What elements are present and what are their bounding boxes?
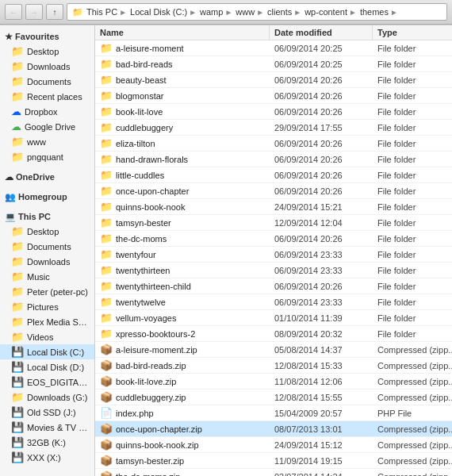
table-row[interactable]: 📁 twentytwelve 06/09/2014 23:33 File fol…	[95, 294, 452, 310]
sidebar-item-eos[interactable]: 💾 EOS_DIGITAL (F:)	[0, 374, 94, 390]
file-date-cell: 06/09/2014 20:26	[270, 88, 373, 103]
file-type-cell: File folder	[373, 326, 452, 341]
sidebar-item-desktop-pc[interactable]: 📁 Desktop	[0, 224, 94, 239]
table-row[interactable]: 📁 once-upon-chapter 06/09/2014 20:26 Fil…	[95, 183, 452, 199]
table-row[interactable]: 📁 twentythirteen 06/09/2014 23:33 File f…	[95, 263, 452, 278]
sidebar-item-downloads-pc[interactable]: 📁 Downloads	[0, 254, 94, 269]
table-row[interactable]: 📁 a-leisure-moment 06/09/2014 20:25 File…	[95, 40, 452, 56]
drive-icon: 💾	[11, 376, 24, 388]
folder-icon: 📁	[11, 225, 24, 237]
file-name-cell: 📁 beauty-beast	[95, 72, 270, 87]
file-name: bad-bird-reads	[116, 60, 173, 69]
sidebar-item-peter-pc[interactable]: 📁 Peter (peter-pc)	[0, 284, 94, 299]
sidebar-item-videos-pc[interactable]: 📁 Videos	[0, 329, 94, 344]
table-row[interactable]: 📦 a-leisure-moment.zip 05/08/2014 14:37 …	[95, 342, 452, 358]
file-name: twentytwelve	[116, 298, 166, 307]
table-row[interactable]: 📦 once-upon-chapter.zip 08/07/2013 13:01…	[95, 421, 452, 437]
table-row[interactable]: 📦 cuddlebuggery.zip 12/08/2014 15:55 Com…	[95, 390, 452, 405]
sidebar-section-favourites[interactable]: ★ Favourites	[0, 29, 94, 44]
file-icon: 📦	[100, 344, 113, 355]
file-name-cell: 📦 a-leisure-moment.zip	[95, 342, 270, 357]
table-row[interactable]: 📁 xpresso-booktours-2 08/09/2014 20:32 F…	[95, 326, 452, 342]
table-row[interactable]: 📁 twentythirteen-child 06/09/2014 20:26 …	[95, 278, 452, 294]
file-name: hand-drawn-florals	[116, 155, 188, 164]
sidebar-item-music-pc[interactable]: 📁 Music	[0, 269, 94, 284]
file-type-cell: PHP File	[373, 405, 452, 420]
table-row[interactable]: 📦 the-dc-moms.zip 03/07/2014 14:24 Compr…	[95, 469, 452, 476]
sidebar-item-movies[interactable]: 💾 Movies & TV (J:)	[0, 420, 94, 435]
file-type-cell: Compressed (zipp...	[373, 437, 452, 452]
table-row[interactable]: 📁 eliza-tilton 06/09/2014 20:26 File fol…	[95, 136, 452, 152]
file-name: a-leisure-moment.zip	[116, 345, 197, 355]
sidebar-item-32gb[interactable]: 💾 32GB (K:)	[0, 435, 94, 450]
sidebar-item-downloads-fav[interactable]: 📁 Downloads	[0, 59, 94, 74]
sidebar-item-dropbox-fav[interactable]: ☁ Dropbox	[0, 104, 94, 119]
sidebar-item-xxx[interactable]: 💾 XXX (X:)	[0, 450, 94, 465]
table-row[interactable]: 📁 tamsyn-bester 12/09/2014 12:04 File fo…	[95, 215, 452, 231]
sidebar-item-pictures-pc[interactable]: 📁 Pictures	[0, 299, 94, 314]
file-name: the-dc-moms	[116, 234, 167, 244]
table-row[interactable]: 📁 bad-bird-reads 06/09/2014 20:25 File f…	[95, 56, 452, 72]
table-row[interactable]: 📦 book-lit-love.zip 11/08/2014 12:06 Com…	[95, 374, 452, 390]
sidebar-item-oldssd[interactable]: 💾 Old SSD (J:)	[0, 405, 94, 420]
table-row[interactable]: 📦 quinns-book-nook.zip 24/09/2014 15:12 …	[95, 437, 452, 453]
table-row[interactable]: 📦 tamsyn-bester.zip 11/09/2014 19:15 Com…	[95, 453, 452, 469]
sidebar-item-localdisk-d[interactable]: 💾 Local Disk (D:)	[0, 359, 94, 374]
sidebar-item-localdisk-c[interactable]: 💾 Local Disk (C:)	[0, 344, 94, 359]
up-button[interactable]: ↑	[46, 4, 63, 20]
file-date-cell: 08/07/2013 13:01	[270, 421, 373, 436]
sidebar-section-onedrive[interactable]: ☁ OneDrive	[0, 169, 94, 184]
file-date-cell: 01/10/2014 11:39	[270, 310, 373, 325]
file-name-cell: 📦 bad-bird-reads.zip	[95, 358, 270, 373]
address-segment-themes: themes ►	[360, 7, 398, 17]
sidebar-item-googledrive-fav[interactable]: ☁ Google Drive	[0, 119, 94, 134]
file-name-cell: 📁 blogmonstar	[95, 88, 270, 103]
table-row[interactable]: 📁 cuddlebuggery 29/09/2014 17:55 File fo…	[95, 120, 452, 136]
table-row[interactable]: 📁 twentyfour 06/09/2014 23:33 File folde…	[95, 247, 452, 263]
file-name-cell: 📁 quinns-book-nook	[95, 199, 270, 214]
folder-icon: 📁	[11, 75, 24, 87]
address-segment-localdisk: Local Disk (C:) ►	[130, 7, 197, 17]
table-row[interactable]: 📦 bad-bird-reads.zip 12/08/2014 15:33 Co…	[95, 358, 452, 374]
file-date-cell: 11/08/2014 12:06	[270, 374, 373, 389]
file-icon: 📄	[100, 407, 113, 419]
forward-button[interactable]: →	[25, 4, 43, 20]
table-row[interactable]: 📁 hand-drawn-florals 06/09/2014 20:26 Fi…	[95, 152, 452, 167]
sidebar-section-homegroup[interactable]: 👥 Homegroup	[0, 189, 94, 204]
sidebar-item-recent-fav[interactable]: 📁 Recent places	[0, 89, 94, 104]
sidebar-item-desktop-fav[interactable]: 📁 Desktop	[0, 44, 94, 59]
sidebar-item-plex-pc[interactable]: 📁 Plex Media Serve	[0, 314, 94, 329]
col-header-name[interactable]: Name	[95, 25, 270, 40]
table-row[interactable]: 📄 index.php 15/04/2009 20:57 PHP File	[95, 405, 452, 421]
file-name-cell: 📁 twentytwelve	[95, 294, 270, 309]
table-row[interactable]: 📁 little-cuddles 06/09/2014 20:26 File f…	[95, 167, 452, 183]
file-name: little-cuddles	[116, 171, 164, 180]
file-name: quinns-book-nook	[116, 202, 185, 212]
col-header-date[interactable]: Date modified	[270, 25, 373, 40]
file-name: twentyfour	[116, 250, 156, 259]
address-bar[interactable]: 📁 This PC ► Local Disk (C:) ► wamp ► www…	[67, 3, 447, 21]
file-name-cell: 📁 once-upon-chapter	[95, 183, 270, 198]
file-date-cell: 12/08/2014 15:55	[270, 390, 373, 405]
file-icon: 📦	[100, 439, 113, 451]
file-date-cell: 24/09/2014 15:21	[270, 199, 373, 214]
sidebar-item-downloads-g[interactable]: 📁 Downloads (G:)	[0, 390, 94, 405]
back-button[interactable]: ←	[5, 4, 22, 20]
table-row[interactable]: 📁 book-lit-love 06/09/2014 20:26 File fo…	[95, 104, 452, 120]
sidebar-item-www-fav[interactable]: 📁 www	[0, 134, 94, 149]
file-icon: 📁	[100, 312, 113, 324]
table-row[interactable]: 📁 vellum-voyages 01/10/2014 11:39 File f…	[95, 310, 452, 326]
table-row[interactable]: 📁 beauty-beast 06/09/2014 20:26 File fol…	[95, 72, 452, 88]
sidebar-item-documents-pc[interactable]: 📁 Documents	[0, 239, 94, 254]
col-header-type[interactable]: Type	[373, 25, 452, 40]
file-name-cell: 📁 xpresso-booktours-2	[95, 326, 270, 341]
file-type-cell: File folder	[373, 247, 452, 262]
table-row[interactable]: 📁 the-dc-moms 06/09/2014 20:26 File fold…	[95, 231, 452, 247]
table-row[interactable]: 📁 blogmonstar 06/09/2014 20:26 File fold…	[95, 88, 452, 104]
table-row[interactable]: 📁 quinns-book-nook 24/09/2014 15:21 File…	[95, 199, 452, 215]
sidebar-item-pngquant-fav[interactable]: 📁 pngquant	[0, 149, 94, 164]
file-type-cell: File folder	[373, 310, 452, 325]
file-name: blogmonstar	[116, 91, 164, 101]
sidebar-item-documents-fav[interactable]: 📁 Documents	[0, 74, 94, 89]
sidebar-section-thispc[interactable]: 💻 This PC	[0, 209, 94, 224]
